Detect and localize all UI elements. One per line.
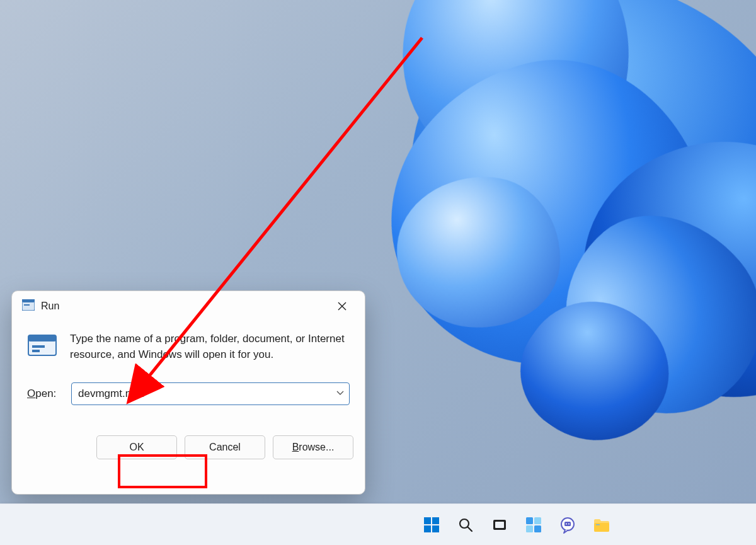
taskbar-task-view-button[interactable]: [486, 512, 513, 538]
taskbar-widgets-button[interactable]: [520, 512, 547, 538]
search-icon: [457, 517, 474, 533]
task-view-icon: [491, 517, 508, 533]
svg-rect-17: [495, 522, 504, 528]
svg-rect-1: [22, 299, 35, 302]
taskbar-file-explorer-button[interactable]: [588, 512, 615, 538]
svg-rect-6: [28, 335, 56, 341]
close-icon: [338, 302, 346, 311]
run-dialog: Run Type the name of a progr: [11, 290, 365, 495]
cancel-button[interactable]: Cancel: [185, 435, 265, 459]
svg-rect-20: [526, 525, 533, 532]
browse-button[interactable]: Browse...: [273, 435, 353, 459]
svg-point-25: [568, 523, 570, 524]
run-icon: [27, 333, 57, 360]
svg-rect-21: [534, 525, 541, 532]
close-button[interactable]: [328, 296, 356, 316]
open-input[interactable]: [71, 382, 350, 405]
svg-rect-12: [424, 525, 431, 532]
svg-rect-23: [564, 522, 571, 526]
file-explorer-icon: [593, 517, 610, 533]
svg-line-15: [468, 527, 472, 531]
svg-point-24: [566, 523, 567, 524]
taskbar-chat-button[interactable]: [554, 512, 581, 538]
desktop: Run Type the name of a progr: [0, 0, 756, 545]
run-titlebar-icon: [22, 299, 35, 313]
open-combobox[interactable]: [71, 382, 350, 405]
svg-rect-7: [32, 345, 45, 348]
chat-icon: [559, 516, 576, 534]
taskbar-search-button[interactable]: [452, 512, 479, 538]
svg-rect-8: [32, 350, 40, 352]
svg-rect-2: [24, 304, 30, 306]
svg-rect-27: [596, 524, 600, 525]
dialog-button-row: OK Cancel Browse...: [12, 435, 365, 459]
taskbar: [0, 503, 756, 545]
windows-start-icon: [423, 516, 440, 534]
dialog-title: Run: [41, 301, 328, 312]
dialog-body: Type the name of a program, folder, docu…: [12, 321, 365, 405]
svg-rect-11: [432, 517, 439, 524]
svg-rect-19: [534, 517, 541, 524]
svg-rect-18: [526, 517, 533, 524]
open-label: Open:: [27, 387, 62, 400]
taskbar-start-button[interactable]: [418, 512, 445, 538]
ok-button[interactable]: OK: [96, 435, 177, 459]
svg-rect-13: [432, 525, 439, 532]
titlebar[interactable]: Run: [12, 291, 365, 321]
svg-rect-10: [424, 517, 431, 524]
widgets-icon: [525, 516, 542, 534]
dialog-description: Type the name of a program, folder, docu…: [70, 331, 350, 362]
